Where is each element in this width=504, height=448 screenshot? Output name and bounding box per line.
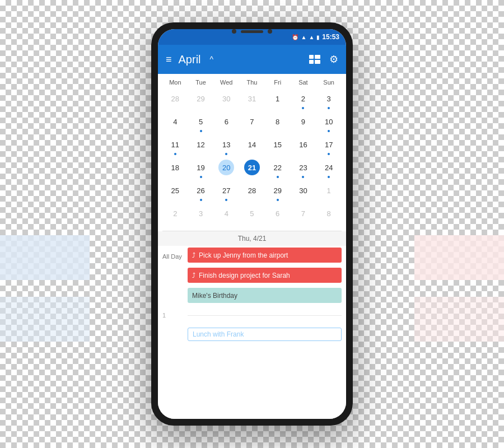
cal-day-26: 26 (193, 183, 209, 198)
cal-cell-1-next[interactable]: 1 (316, 180, 342, 203)
cal-cell-15[interactable]: 15 (265, 134, 291, 157)
cal-dot-26 (200, 199, 202, 201)
event-row-birthday[interactable]: Mike's Birthday (158, 286, 346, 306)
cal-day-5-next: 5 (244, 206, 260, 221)
cal-cell-17[interactable]: 17 (316, 134, 342, 157)
cal-cell-28[interactable]: 28 (239, 180, 265, 203)
cal-dot-22 (277, 176, 279, 178)
event-icon-pickup: ⤴ (192, 251, 195, 259)
chevron-up-icon[interactable]: ^ (210, 55, 214, 64)
cal-cell-20[interactable]: 20 (213, 157, 239, 180)
event-title-design: Finish design project for Sarah (199, 272, 290, 279)
calendar-grid: 28 29 30 31 1 (158, 88, 346, 231)
cal-day-9: 9 (295, 114, 311, 129)
cal-day-3-next: 3 (193, 206, 209, 221)
cal-dot-3 (328, 107, 330, 109)
cal-cell-30[interactable]: 30 (291, 180, 316, 203)
cal-day-3: 3 (321, 91, 337, 106)
wifi-icon: ▲ (301, 34, 306, 40)
cal-cell-26[interactable]: 26 (188, 180, 214, 203)
menu-icon[interactable]: ≡ (166, 54, 172, 66)
cal-day-6-next: 6 (270, 206, 286, 221)
cal-cell-27[interactable]: 27 (213, 180, 239, 203)
battery-icon: ▮ (316, 34, 320, 40)
phone-device: ⏰ ▲ ▲ ▮ 15:53 ≡ April ^ (151, 22, 353, 426)
cal-day-2: 2 (295, 91, 311, 106)
day-headers: Mon Tue Wed Thu Fri Sat Sun (158, 74, 346, 88)
cal-cell-4-next[interactable]: 4 (213, 203, 239, 226)
cal-day-12: 12 (193, 137, 209, 152)
view-icon[interactable] (309, 55, 320, 64)
cal-cell-2[interactable]: 2 (291, 88, 316, 111)
cal-cell-21[interactable]: 21 (239, 157, 265, 180)
cal-cell-31-prev[interactable]: 31 (239, 88, 265, 111)
cal-day-29: 29 (270, 183, 286, 198)
cal-cell-6[interactable]: 6 (213, 111, 239, 134)
day-header-sat: Sat (291, 77, 316, 87)
settings-icon[interactable]: ⚙ (329, 53, 338, 66)
cal-cell-22[interactable]: 22 (265, 157, 291, 180)
event-title-pickup: Pick up Jenny from the airport (199, 251, 288, 259)
cal-cell-7[interactable]: 7 (239, 111, 265, 134)
cal-dot-19 (200, 176, 202, 178)
cal-cell-7-next[interactable]: 7 (291, 203, 316, 226)
cal-cell-28-prev[interactable]: 28 (162, 88, 188, 111)
event-time-empty-3 (162, 326, 188, 343)
event-card-pickup[interactable]: ⤴ Pick up Jenny from the airport (188, 248, 342, 263)
event-row-allday-1[interactable]: All Day ⤴ Pick up Jenny from the airport (158, 246, 346, 266)
event-card-lunch[interactable]: Lunch with Frank (188, 328, 342, 341)
cal-day-29-prev: 29 (193, 91, 209, 106)
cal-day-25: 25 (167, 183, 183, 198)
cal-day-20: 20 (218, 160, 234, 175)
cal-cell-1[interactable]: 1 (265, 88, 291, 111)
cal-cell-16[interactable]: 16 (291, 134, 316, 157)
cal-cell-29-prev[interactable]: 29 (188, 88, 214, 111)
cal-cell-3[interactable]: 3 (316, 88, 342, 111)
cal-day-21: 21 (244, 160, 260, 175)
cal-cell-29[interactable]: 29 (265, 180, 291, 203)
cal-cell-19[interactable]: 19 (188, 157, 214, 180)
cal-day-1-next: 1 (321, 183, 337, 198)
event-time-empty-1 (162, 268, 188, 284)
cal-cell-13[interactable]: 13 (213, 134, 239, 157)
cal-cell-18[interactable]: 18 (162, 157, 188, 180)
cal-cell-12[interactable]: 12 (188, 134, 214, 157)
cal-cell-9[interactable]: 9 (291, 111, 316, 134)
svg-rect-3 (315, 60, 320, 64)
cal-dot-27 (225, 199, 227, 201)
event-row-allday-2[interactable]: ⤴ Finish design project for Sarah (158, 266, 346, 286)
cal-cell-23[interactable]: 23 (291, 157, 316, 180)
app-bar-title: April (179, 53, 201, 66)
cal-cell-8[interactable]: 8 (265, 111, 291, 134)
cal-cell-2-next[interactable]: 2 (162, 203, 188, 226)
event-card-birthday[interactable]: Mike's Birthday (188, 288, 342, 303)
day-header-fri: Fri (265, 77, 291, 87)
cal-day-6: 6 (218, 114, 234, 129)
cal-cell-24[interactable]: 24 (316, 157, 342, 180)
camera (232, 29, 236, 34)
cal-cell-30-prev[interactable]: 30 (213, 88, 239, 111)
cal-cell-8-next[interactable]: 8 (316, 203, 342, 226)
bg-blue-left (0, 235, 90, 280)
cal-day-7: 7 (244, 114, 260, 129)
event-title-birthday: Mike's Birthday (192, 292, 237, 300)
cal-dot-10 (328, 130, 330, 132)
cal-day-30-prev: 30 (218, 91, 234, 106)
day-header-sun: Sun (316, 77, 342, 87)
phone-top-bar (232, 29, 272, 34)
event-card-design[interactable]: ⤴ Finish design project for Sarah (188, 268, 342, 283)
cal-cell-25[interactable]: 25 (162, 180, 188, 203)
event-row-lunch[interactable]: Lunch with Frank (158, 324, 346, 344)
cal-cell-5-next[interactable]: 5 (239, 203, 265, 226)
svg-rect-2 (309, 60, 314, 64)
bg-pink-right (414, 235, 504, 280)
cal-cell-14[interactable]: 14 (239, 134, 265, 157)
alarm-icon: ⏰ (292, 34, 298, 40)
cal-cell-6-next[interactable]: 6 (265, 203, 291, 226)
cal-cell-10[interactable]: 10 (316, 111, 342, 134)
cal-cell-4[interactable]: 4 (162, 111, 188, 134)
cal-cell-11[interactable]: 11 (162, 134, 188, 157)
svg-rect-0 (309, 55, 314, 59)
cal-cell-5[interactable]: 5 (188, 111, 214, 134)
cal-cell-3-next[interactable]: 3 (188, 203, 214, 226)
